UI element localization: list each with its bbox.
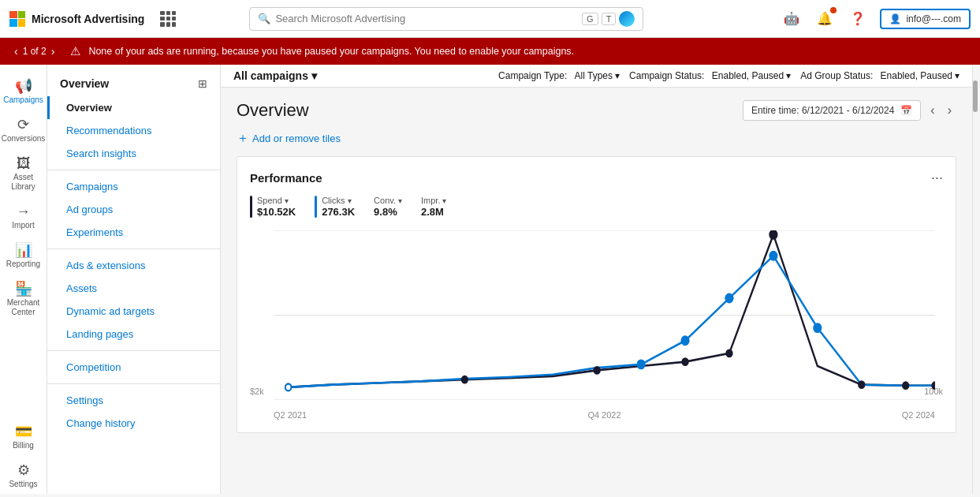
sidebar-item-reporting[interactable]: 📊 Reporting (0, 235, 47, 274)
import-icon: → (17, 204, 31, 219)
badge-g: G (582, 13, 598, 25)
sidebar-item-import[interactable]: → Import (0, 196, 47, 235)
ms-logo-icon (9, 11, 25, 27)
subnav-divider-1 (47, 170, 220, 170)
date-navigation: ‹ › (926, 101, 956, 120)
chart-x-q2-2024: Q2 2024 (902, 410, 935, 420)
copilot-button[interactable]: 🤖 (781, 8, 803, 29)
spend-dot-4 (682, 358, 687, 365)
reporting-label: Reporting (6, 260, 40, 269)
spend-dot-8 (932, 382, 935, 389)
subnav-item-assets[interactable]: Assets (47, 277, 220, 300)
subnav-item-ads-extensions[interactable]: Ads & extensions (47, 254, 220, 277)
search-input[interactable] (275, 13, 577, 24)
spend-chevron[interactable]: ▾ (285, 196, 289, 205)
brand-icon (619, 11, 635, 27)
subnav-divider-2 (47, 248, 220, 249)
subnav-item-landing-pages[interactable]: Landing pages (47, 323, 220, 346)
sidebar-item-asset-library[interactable]: 🖼 Asset Library (0, 148, 47, 196)
spend-value: $10.52K (257, 206, 296, 218)
spend-label: Spend ▾ (257, 196, 296, 205)
sidebar-item-conversions[interactable]: ⟳ Conversions (0, 110, 47, 148)
impr-chevron[interactable]: ▾ (442, 196, 446, 205)
spend-bar-indicator (250, 196, 252, 218)
chart-y-left-label: $2k (250, 387, 264, 396)
subnav-item-change-history[interactable]: Change history (47, 412, 220, 435)
reporting-icon: 📊 (15, 243, 32, 257)
spend-dot-2 (462, 376, 468, 383)
spend-values: Spend ▾ $10.52K (257, 196, 296, 218)
asset-library-label: Asset Library (3, 173, 43, 192)
clicks-line (289, 256, 935, 387)
merchant-center-icon: 🏪 (15, 282, 32, 296)
sidebar-item-settings[interactable]: ⚙ Settings (0, 455, 47, 494)
campaign-status-value: Enabled, Paused (712, 70, 784, 81)
chart-svg (274, 230, 935, 400)
date-range-button[interactable]: Entire time: 6/12/2021 - 6/12/2024 📅 (743, 100, 921, 121)
performance-more-button[interactable]: ··· (931, 170, 943, 186)
settings-label: Settings (9, 480, 37, 489)
clicks-dot-1 (285, 384, 291, 391)
subnav-item-settings[interactable]: Settings (47, 389, 220, 412)
subnav-item-ad-groups[interactable]: Ad groups (47, 198, 220, 221)
campaigns-label: Campaigns (3, 95, 43, 105)
clicks-chevron[interactable]: ▾ (348, 196, 352, 205)
subnav-item-competition[interactable]: Competition (47, 356, 220, 379)
subnav-title: Overview (60, 77, 109, 90)
impr-values: Impr. ▾ 2.8M (421, 196, 446, 218)
scrollbar-track[interactable] (972, 65, 980, 494)
spend-dot-7 (903, 382, 908, 389)
main-layout: 📢 Campaigns ⟳ Conversions 🖼 Asset Librar… (0, 65, 980, 494)
sidebar-item-merchant-center[interactable]: 🏪 Merchant Center (0, 274, 47, 322)
conv-chevron[interactable]: ▾ (398, 196, 402, 205)
user-email: info@---.com (906, 13, 961, 24)
user-account-button[interactable]: 👤 info@---.com (880, 9, 971, 29)
date-prev-button[interactable]: ‹ (926, 101, 939, 120)
ad-group-status-filter[interactable]: Ad Group Status: Enabled, Paused ▾ (800, 70, 960, 81)
clicks-value: 276.3K (322, 206, 355, 218)
notifications-button[interactable]: 🔔 (814, 8, 836, 29)
subnav-item-dynamic-ad-targets[interactable]: Dynamic ad targets (47, 300, 220, 323)
alert-message: None of your ads are running, because yo… (88, 46, 574, 57)
subnav-item-experiments[interactable]: Experiments (47, 221, 220, 244)
campaign-status-filter[interactable]: Campaign Status: Enabled, Paused ▾ (629, 70, 791, 81)
conv-value: 9.8% (374, 206, 402, 218)
campaigns-icon: 📢 (15, 79, 32, 93)
help-button[interactable]: ❓ (847, 8, 869, 29)
asset-library-icon: 🖼 (17, 156, 31, 170)
subnav-item-campaigns[interactable]: Campaigns (47, 175, 220, 198)
spend-dot-6 (859, 381, 864, 388)
metric-spend: Spend ▾ $10.52K (250, 196, 296, 218)
campaign-selector-label: All campaigns (233, 69, 308, 82)
user-icon: 👤 (889, 13, 901, 24)
subnav-expand-button[interactable]: ⊞ (198, 77, 207, 90)
subnav-item-recommendations[interactable]: Recommendations (47, 119, 220, 142)
import-label: Import (12, 221, 34, 230)
content-area: All campaigns ▾ Campaign Type: All Types… (221, 65, 972, 494)
conversions-label: Conversions (2, 134, 46, 144)
add-tiles-button[interactable]: ＋ Add or remove tiles (237, 130, 956, 147)
alert-prev-button[interactable]: ‹ (13, 45, 20, 58)
impr-label: Impr. ▾ (421, 196, 446, 205)
topbar-actions: 🤖 🔔 ❓ 👤 info@---.com (781, 8, 971, 29)
clicks-dot-3 (681, 336, 688, 345)
alert-next-button[interactable]: › (50, 45, 57, 58)
billing-label: Billing (13, 441, 34, 450)
topbar: Microsoft Advertising 🔍 G T 🤖 🔔 ❓ 👤 info… (0, 0, 980, 38)
clicks-dot-2 (637, 360, 644, 368)
alert-counter: 1 of 2 (23, 46, 47, 57)
ad-group-status-value: Enabled, Paused (881, 70, 952, 81)
campaign-selector[interactable]: All campaigns ▾ (233, 69, 317, 82)
ad-group-status-label: Ad Group Status: (800, 70, 873, 81)
scrollbar-thumb[interactable] (973, 80, 978, 112)
subnav-item-search-insights[interactable]: Search insights (47, 142, 220, 165)
sidebar-item-campaigns[interactable]: 📢 Campaigns (0, 71, 47, 110)
subnav-item-overview[interactable]: Overview (47, 96, 220, 119)
sidebar-item-billing[interactable]: 💳 Billing (0, 417, 47, 455)
clicks-dot-4 (725, 294, 732, 303)
date-next-button[interactable]: › (943, 101, 956, 120)
campaign-type-filter[interactable]: Campaign Type: All Types ▾ (498, 70, 620, 81)
search-bar: 🔍 G T (249, 7, 643, 31)
settings-icon: ⚙ (17, 463, 30, 477)
grid-icon[interactable] (160, 11, 176, 27)
